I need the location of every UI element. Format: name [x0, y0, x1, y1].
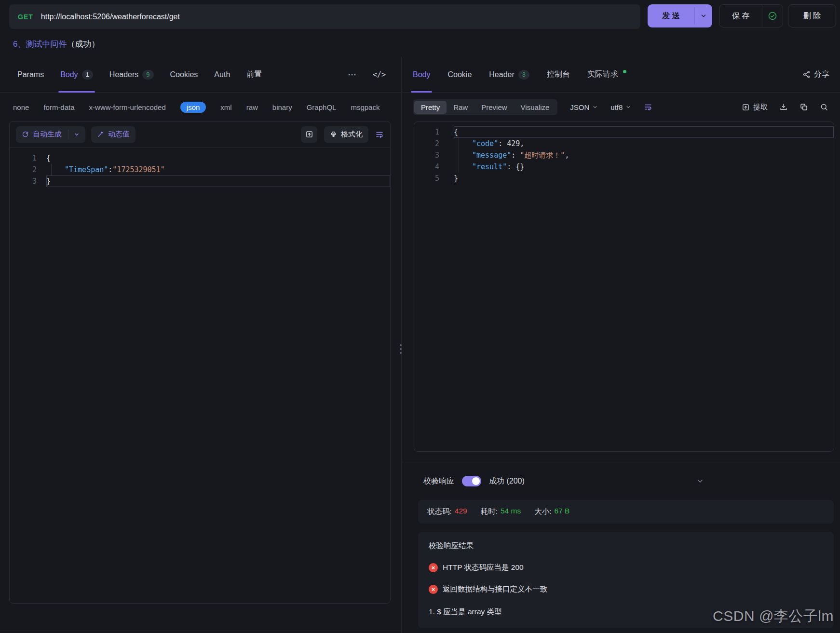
tab-response-body-label: Body [413, 70, 430, 79]
tab-console[interactable]: 控制台 [547, 57, 570, 93]
expand-editor-button[interactable] [301, 126, 317, 143]
editor-right-tools: 格式化 [301, 126, 384, 143]
tab-actual-request[interactable]: 实际请求 [587, 57, 626, 93]
tab-params[interactable]: Params [17, 57, 44, 93]
body-type-form-data[interactable]: form-data [43, 103, 74, 111]
body-type-none[interactable]: none [13, 103, 29, 111]
button-divider [68, 130, 69, 139]
response-type-select[interactable]: JSON [570, 103, 598, 111]
dynamic-value-button[interactable]: 动态值 [91, 126, 135, 143]
code-line: 3 "message": "超时请求！", [414, 149, 834, 161]
tab-headers-label: Headers [109, 70, 138, 79]
view-pretty[interactable]: Pretty [414, 101, 447, 114]
tab-console-label: 控制台 [547, 69, 570, 80]
request-title: 6、测试中间件（成功） [13, 39, 99, 50]
tab-body[interactable]: Body1 [60, 57, 93, 93]
word-wrap-icon[interactable] [375, 130, 384, 139]
auto-generate-chevron-icon[interactable] [74, 132, 80, 137]
line-number: 3 [10, 175, 37, 187]
saved-check-icon[interactable] [762, 11, 783, 21]
status-code-meta: 状态码:429 [427, 507, 467, 517]
code-token: } [454, 174, 458, 183]
json-string-value: "超时请求！" [520, 151, 565, 160]
body-type-binary[interactable]: binary [272, 103, 292, 111]
share-icon [802, 70, 811, 79]
headers-count-badge: 9 [142, 70, 153, 80]
tab-response-header[interactable]: Header3 [489, 57, 529, 93]
body-type-x-www-form-urlencoded[interactable]: x-www-form-urlencoded [89, 103, 166, 111]
request-body-code[interactable]: 1 { 2 "TimeSpan":"1725329051" 3 } [10, 148, 390, 187]
auto-generate-button[interactable]: 自动生成 [16, 126, 85, 143]
download-icon[interactable] [779, 103, 788, 111]
save-button[interactable]: 保 存 [719, 11, 762, 21]
tab-pre-request[interactable]: 前置 [246, 57, 262, 93]
code-line: 2 "TimeSpan":"1725329051" [10, 164, 390, 175]
copy-icon[interactable] [799, 103, 808, 111]
body-type-json[interactable]: json [180, 102, 206, 113]
request-panel: Params Body1 Headers9 Cookies Auth 前置 ⋯ … [0, 57, 402, 633]
send-button-label: 发 送 [648, 11, 694, 21]
json-key: "TimeSpan" [65, 165, 108, 174]
json-key: "message" [472, 151, 511, 160]
request-url-bar[interactable]: GET http://localhost:5206/weatherforecas… [9, 4, 640, 29]
expand-icon [305, 130, 313, 138]
charset-select[interactable]: utf8 [610, 103, 631, 111]
collapse-validation-icon[interactable] [696, 477, 704, 485]
extract-icon [742, 103, 750, 111]
tab-auth[interactable]: Auth [214, 57, 230, 93]
tab-response-header-label: Header [489, 70, 514, 79]
code-token: , [520, 139, 524, 148]
code-line-current: 3 } [10, 175, 390, 187]
format-label: 格式化 [341, 130, 363, 139]
request-body-editor[interactable]: 自动生成 动态值 格式化 [9, 121, 391, 604]
refresh-icon [22, 131, 29, 138]
search-icon[interactable] [820, 103, 828, 111]
size-value: 67 B [555, 507, 570, 517]
validation-result-title: 校验响应结果 [429, 541, 823, 551]
validation-error-item: × HTTP 状态码应当是 200 [429, 563, 823, 573]
request-url-input[interactable]: http://localhost:5206/weatherforecast/ge… [41, 13, 180, 21]
tab-pre-request-label: 前置 [246, 69, 262, 80]
view-preview[interactable]: Preview [474, 101, 514, 114]
extract-button[interactable]: 提取 [742, 103, 768, 112]
tab-headers[interactable]: Headers9 [109, 57, 154, 93]
body-type-raw[interactable]: raw [246, 103, 258, 111]
view-visualize[interactable]: Visualize [514, 101, 556, 114]
code-view-icon[interactable]: </> [373, 70, 386, 79]
validation-result-panel: 校验响应结果 × HTTP 状态码应当是 200 × 返回数据结构与接口定义不一… [418, 532, 834, 628]
tab-response-body[interactable]: Body [413, 57, 430, 93]
json-object-value: {} [515, 162, 524, 171]
response-wrap-icon[interactable] [644, 103, 652, 111]
delete-button[interactable]: 删 除 [788, 4, 836, 27]
http-method-label: GET [18, 13, 33, 21]
response-view-switch: Pretty Raw Preview Visualize [413, 99, 557, 115]
request-title-status: （成功） [67, 40, 99, 49]
tab-cookies[interactable]: Cookies [170, 57, 198, 93]
response-toolbar: Pretty Raw Preview Visualize JSON utf8 提… [402, 93, 840, 121]
response-header-count-badge: 3 [518, 70, 529, 80]
code-token: { [454, 128, 458, 136]
format-button[interactable]: 格式化 [324, 126, 368, 143]
body-editor-toolbar: 自动生成 动态值 格式化 [10, 121, 390, 148]
line-number: 5 [414, 173, 439, 184]
tab-response-cookie[interactable]: Cookie [447, 57, 472, 93]
json-string-value: "1725329051" [112, 165, 164, 174]
share-button[interactable]: 分享 [802, 69, 832, 80]
more-tabs-icon[interactable]: ⋯ [348, 69, 356, 80]
code-token: : [511, 151, 520, 160]
code-line: 2 "code": 429, [414, 138, 834, 149]
validate-response-toggle[interactable] [462, 476, 481, 486]
send-button[interactable]: 发 送 [648, 4, 712, 27]
body-type-graphql[interactable]: GraphQL [307, 103, 337, 111]
panel-resize-handle[interactable] [400, 344, 402, 354]
body-type-xml[interactable]: xml [220, 103, 231, 111]
view-raw[interactable]: Raw [447, 101, 474, 114]
response-body-viewer[interactable]: 1 { 2 "code": 429, 3 "message": "超时请求！",… [414, 121, 834, 452]
validation-error-item: × 返回数据结构与接口定义不一致 [429, 584, 823, 594]
body-type-msgpack[interactable]: msgpack [351, 103, 379, 111]
indent-guide [459, 161, 459, 173]
code-line: 1 { [10, 152, 390, 164]
send-options-chevron-icon[interactable] [695, 13, 712, 19]
magic-wand-icon [97, 131, 104, 138]
line-number: 3 [414, 149, 439, 161]
